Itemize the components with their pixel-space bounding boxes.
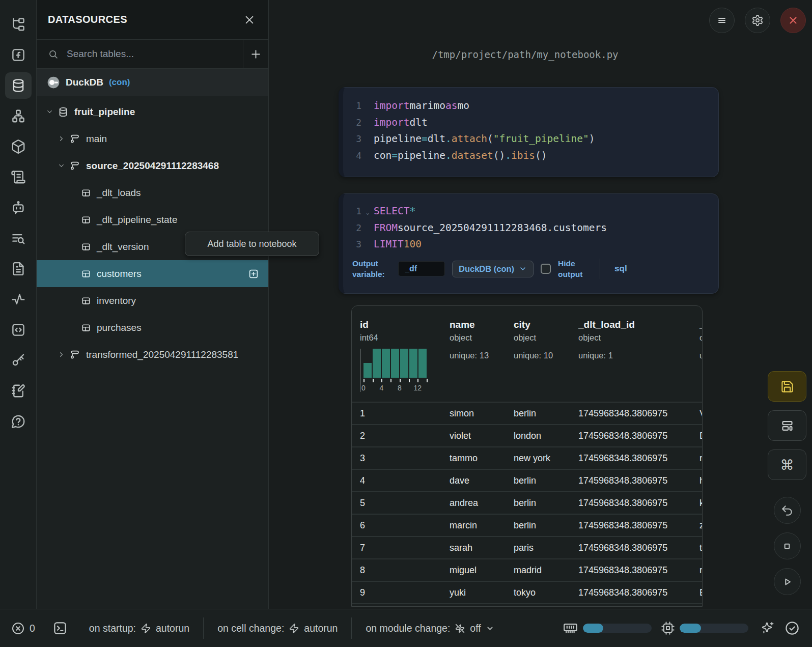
save-button[interactable] [768,371,806,402]
code-token: dlt [409,115,427,131]
circle-x-icon [11,622,25,635]
code-line[interactable]: 1⌄SELECT * [343,203,718,220]
on-module-change-toggle[interactable]: on module change: off [366,623,494,634]
file-tree-icon [11,17,26,32]
add-datasource-button[interactable] [243,40,268,68]
run-button[interactable] [774,568,801,595]
tree-item-purchases[interactable]: purchases [37,314,268,341]
code-token: LIMIT [374,236,404,253]
rail-item-logs[interactable] [5,164,32,190]
status-check-icon[interactable] [785,621,800,636]
keyboard-shortcuts-button[interactable]: ⌘ [768,449,806,480]
cell-language-badge: sql [614,264,627,274]
tree-item-_dlt_pipeline_state[interactable]: _dlt_pipeline_state [37,206,268,233]
code-token: import [374,115,409,131]
tree-item-inventory[interactable]: inventory [37,287,268,314]
tree-item-source_202504291112283468[interactable]: source_202504291112283468 [37,152,268,179]
hide-output-checkbox[interactable] [541,264,551,274]
rail-item-ai-chat[interactable] [5,194,32,221]
sql-output-config-row: Output variable: DuckDB (con) Hide outpu… [352,258,718,280]
query-results-table: id int64 04812 name object unique: 13 ci… [351,305,703,607]
table-cell: 6 [352,520,441,531]
code-line[interactable]: 2FROM source_202504291112283468.customer… [343,220,718,237]
errors-indicator[interactable]: 0 [11,622,35,635]
rail-item-help[interactable] [5,408,32,435]
shutdown-button[interactable] [780,8,806,33]
output-variable-input[interactable] [398,261,445,276]
rail-item-errors-explorer[interactable] [5,225,32,251]
code-token: . [445,131,452,148]
on-cell-change-toggle[interactable]: on cell change: autorun [217,623,338,634]
add-table-to-notebook-button[interactable] [248,268,259,279]
layout-toggle-button[interactable] [768,410,806,441]
engine-select[interactable]: DuckDB (con) [452,261,534,277]
table-cell: berlin [506,475,570,486]
on-startup-toggle[interactable]: on startup: autorun [89,623,189,634]
rail-item-runtime-activity[interactable] [5,286,32,313]
table-row[interactable]: 7sarahparis1745968348.3806975t [352,536,702,558]
code-line[interactable]: 1import marimo as mo [343,98,718,115]
sql-code-cell[interactable]: 1⌄SELECT *2FROM source_20250429111228346… [339,193,719,294]
fold-chevron-icon[interactable]: ⌄ [361,204,374,221]
rail-item-scratchpad[interactable] [5,378,32,404]
close-panel-icon[interactable] [244,14,255,25]
terminal-button[interactable] [52,621,68,636]
rail-item-dependency-graph[interactable] [5,103,32,129]
table-row[interactable]: 6marcinberlin1745968348.3806975z [352,514,702,536]
rail-item-secrets[interactable] [5,347,32,374]
search-tables-input[interactable] [66,48,243,60]
chevron-down-icon[interactable] [46,108,53,116]
ai-sparkles-icon[interactable] [761,621,775,635]
table-row[interactable]: 4daveberlin1745968348.3806975h [352,469,702,491]
rail-item-packages[interactable] [5,133,32,160]
table-cell: sarah [441,543,506,553]
line-number: 3 [353,131,361,148]
rail-item-file-tree[interactable] [5,11,32,38]
table-cell: 5 [352,498,441,509]
table-row-partial [352,603,702,607]
tree-item-_dlt_loads[interactable]: _dlt_loads [37,179,268,206]
code-line[interactable]: 3pipeline = dlt.attach("fruit_pipeline") [343,131,718,148]
code-line[interactable]: 4con = pipeline.dataset().ibis() [343,148,718,164]
table-row[interactable]: 2violetlondon1745968348.3806975D [352,424,702,446]
code-line[interactable]: 2import dlt [343,115,718,131]
rail-item-functions[interactable] [5,42,32,68]
line-number: 1 [353,203,361,220]
tree-item-fruit_pipeline[interactable]: fruit_pipeline [37,98,268,125]
menu-button[interactable] [709,8,735,33]
chevron-right-icon[interactable] [58,135,65,143]
snippets-icon [11,322,26,337]
python-code-cell[interactable]: 1import marimo as mo2import dlt3pipeline… [339,87,719,177]
tree-item-customers[interactable]: customers [37,260,268,287]
table-row[interactable]: 3tammonew york1745968348.3806975r [352,446,702,469]
table-icon [81,296,91,306]
tree-item-main[interactable]: main [37,125,268,152]
window-controls [709,8,806,33]
table-cell: 4 [352,475,441,486]
sql-editor[interactable]: 1⌄SELECT *2FROM source_20250429111228346… [343,203,718,253]
table-row[interactable]: 8miguelmadrid1745968348.3806975r [352,558,702,581]
table-cell: simon [441,408,506,419]
table-row[interactable]: 9yukitokyo1745968348.3806975B [352,581,702,603]
table-cell: dave [441,475,506,486]
tree-item-label: _dlt_loads [97,187,141,199]
scratchpad-icon [11,383,26,399]
tree-item-label: customers [97,268,142,279]
code-line[interactable]: 3LIMIT 100 [343,236,718,253]
play-icon [780,575,794,588]
table-cell: r [692,453,702,464]
secrets-icon [11,353,26,368]
chevron-right-icon[interactable] [58,351,65,358]
stop-button[interactable] [774,532,801,559]
rail-item-datasources[interactable] [5,72,32,99]
chevron-down-icon[interactable] [58,162,65,170]
settings-button[interactable] [745,8,770,33]
tree-item-transformed_202504291112283581[interactable]: transformed_202504291112283581 [37,341,268,368]
rail-item-snippets[interactable] [5,317,32,343]
undo-button[interactable] [774,497,801,524]
connection-row-duckdb[interactable]: DuckDB (con) [37,69,268,96]
rail-item-documentation[interactable] [5,256,32,282]
table-row[interactable]: 5andreaberlin1745968348.3806975k [352,491,702,514]
table-row[interactable]: 1simonberlin1745968348.3806975V [352,402,702,424]
chevron-down-icon [46,108,53,116]
